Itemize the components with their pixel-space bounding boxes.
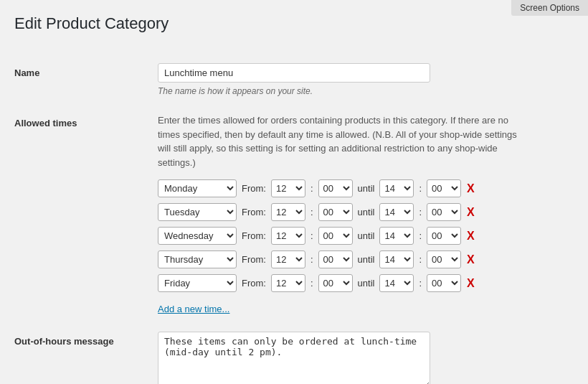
from-minute-select[interactable]: 00153045 [318,203,353,221]
allowed-times-row: Allowed times Enter the times allowed fo… [14,105,574,323]
out-of-hours-row: Out-of-hours message These items can onl… [14,323,574,384]
name-row: Name The name is how it appears on your … [14,55,574,105]
from-minute-select[interactable]: 00153045 [318,250,353,268]
allowed-times-description: Enter the times allowed for orders conta… [158,113,531,169]
from-label: From: [240,254,268,265]
from-minute-select[interactable]: 00153045 [318,227,353,245]
time-row: MondayTuesdayWednesdayThursdayFridaySatu… [158,274,574,292]
name-description: The name is how it appears on your site. [158,86,574,96]
screen-options-button[interactable]: Screen Options [511,0,588,16]
day-select[interactable]: MondayTuesdayWednesdayThursdayFridaySatu… [158,179,237,197]
colon-separator: : [417,278,424,289]
until-minute-select[interactable]: 00153045 [427,274,461,292]
until-hour-select[interactable]: 0001020304050607080910111213141516171819… [379,203,414,221]
colon-separator: : [308,230,316,241]
day-select[interactable]: MondayTuesdayWednesdayThursdayFridaySatu… [158,227,237,245]
page-title: Edit Product Category [14,14,574,40]
from-minute-select[interactable]: 00153045 [318,179,353,197]
name-label: Name [14,67,39,78]
allowed-times-label: Allowed times [14,118,77,128]
out-of-hours-label: Out-of-hours message [14,336,114,347]
remove-time-button[interactable]: X [464,254,478,266]
form-table: Name The name is how it appears on your … [14,55,574,384]
remove-time-button[interactable]: X [464,230,478,242]
until-label: until [356,183,377,194]
colon-separator: : [417,207,424,217]
from-hour-select[interactable]: 0001020304050607080910111213141516171819… [271,274,305,292]
from-minute-select[interactable]: 00153045 [318,274,353,292]
colon-separator: : [417,254,424,265]
time-row: MondayTuesdayWednesdayThursdayFridaySatu… [158,179,574,197]
colon-separator: : [308,254,316,265]
page-container: Screen Options Edit Product Category Nam… [0,0,588,384]
colon-separator: : [417,183,424,194]
add-time-link[interactable]: Add a new time... [158,304,229,314]
until-minute-select[interactable]: 00153045 [427,227,461,245]
until-label: until [356,278,377,289]
day-select[interactable]: MondayTuesdayWednesdayThursdayFridaySatu… [158,203,237,221]
colon-separator: : [308,183,316,194]
until-label: until [356,207,377,217]
from-label: From: [240,230,268,241]
from-hour-select[interactable]: 0001020304050607080910111213141516171819… [271,227,305,245]
until-hour-select[interactable]: 0001020304050607080910111213141516171819… [379,250,414,268]
from-hour-select[interactable]: 0001020304050607080910111213141516171819… [271,179,305,197]
time-row: MondayTuesdayWednesdayThursdayFridaySatu… [158,250,574,268]
colon-separator: : [308,278,316,289]
day-select[interactable]: MondayTuesdayWednesdayThursdayFridaySatu… [158,274,237,292]
until-minute-select[interactable]: 00153045 [427,179,461,197]
from-hour-select[interactable]: 0001020304050607080910111213141516171819… [271,203,305,221]
from-hour-select[interactable]: 0001020304050607080910111213141516171819… [271,250,305,268]
from-label: From: [240,278,268,289]
time-row: MondayTuesdayWednesdayThursdayFridaySatu… [158,203,574,221]
out-of-hours-textarea[interactable]: These items can only be ordered at lunch… [158,332,430,384]
time-row: MondayTuesdayWednesdayThursdayFridaySatu… [158,227,574,245]
colon-separator: : [308,207,316,217]
until-hour-select[interactable]: 0001020304050607080910111213141516171819… [379,179,414,197]
name-input[interactable] [158,63,430,83]
until-hour-select[interactable]: 0001020304050607080910111213141516171819… [379,274,414,292]
day-select[interactable]: MondayTuesdayWednesdayThursdayFridaySatu… [158,250,237,268]
until-minute-select[interactable]: 00153045 [427,250,461,268]
until-label: until [356,230,377,241]
until-minute-select[interactable]: 00153045 [427,203,461,221]
until-hour-select[interactable]: 0001020304050607080910111213141516171819… [379,227,414,245]
from-label: From: [240,207,268,217]
until-label: until [356,254,377,265]
time-rows-container: MondayTuesdayWednesdayThursdayFridaySatu… [158,179,574,292]
colon-separator: : [417,230,424,241]
remove-time-button[interactable]: X [464,183,478,195]
from-label: From: [240,183,268,194]
remove-time-button[interactable]: X [464,278,478,289]
remove-time-button[interactable]: X [464,207,478,218]
